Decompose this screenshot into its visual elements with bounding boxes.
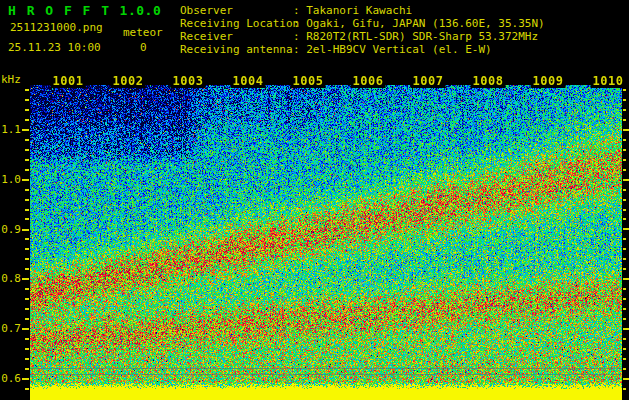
- time-label: 1004: [231, 75, 266, 88]
- y-minor-tick-right: [623, 119, 626, 121]
- info-label: Receiver: [180, 30, 233, 43]
- y-minor-tick: [25, 238, 29, 240]
- y-minor-tick: [25, 159, 29, 161]
- y-minor-tick: [25, 119, 29, 121]
- app-title: H R O F F T: [8, 3, 111, 18]
- y-minor-tick: [25, 358, 29, 360]
- version-label: 1.0.0: [120, 3, 162, 18]
- y-minor-tick-right: [623, 149, 626, 151]
- time-label: 1005: [291, 75, 326, 88]
- y-minor-tick: [25, 258, 29, 260]
- y-major-tick: [22, 328, 29, 330]
- y-major-tick-right: [623, 129, 629, 131]
- info-value: : Takanori Kawachi: [293, 4, 412, 17]
- y-axis-label: 0.7: [0, 323, 21, 335]
- y-minor-tick: [25, 298, 29, 300]
- y-major-tick: [22, 229, 29, 231]
- y-minor-tick-right: [623, 298, 626, 300]
- y-minor-tick-right: [623, 318, 626, 320]
- y-minor-tick-right: [623, 288, 626, 290]
- info-label: Receiving antenna: [180, 43, 293, 56]
- y-axis-label: 0.6: [0, 373, 21, 385]
- y-minor-tick-right: [623, 199, 626, 201]
- y-minor-tick-right: [623, 388, 626, 390]
- y-minor-tick-right: [623, 99, 626, 101]
- y-minor-tick: [25, 169, 29, 171]
- y-minor-tick: [25, 199, 29, 201]
- y-minor-tick-right: [623, 209, 626, 211]
- y-minor-tick: [25, 388, 29, 390]
- y-minor-tick-right: [623, 308, 626, 310]
- y-minor-tick: [25, 109, 29, 111]
- info-label: Receiving Location: [180, 17, 299, 30]
- y-minor-tick: [25, 99, 29, 101]
- time-label: 1006: [351, 75, 386, 88]
- y-axis-label: 1.0: [0, 174, 21, 186]
- time-label: 1002: [111, 75, 146, 88]
- y-minor-tick-right: [623, 218, 626, 220]
- khz-unit-label: kHz: [1, 73, 21, 86]
- y-axis-label: 0.8: [0, 273, 21, 285]
- info-value: : Ogaki, Gifu, JAPAN (136.60E, 35.35N): [293, 17, 545, 30]
- y-major-tick-right: [623, 328, 629, 330]
- time-label: 1007: [411, 75, 446, 88]
- y-major-tick: [22, 179, 29, 181]
- y-major-tick: [22, 129, 29, 131]
- info-value: : R820T2(RTL-SDR) SDR-Sharp 53.372MHz: [293, 30, 538, 43]
- y-minor-tick: [25, 288, 29, 290]
- time-label: 1008: [471, 75, 506, 88]
- time-label: 1010: [591, 75, 626, 88]
- y-major-tick-right: [623, 378, 629, 380]
- y-minor-tick: [25, 189, 29, 191]
- info-value: : 2el-HB9CV Vertical (el. E-W): [293, 43, 492, 56]
- y-minor-tick-right: [623, 159, 626, 161]
- y-minor-tick: [25, 348, 29, 350]
- meteor-count: 0: [140, 41, 147, 54]
- time-label: 1009: [531, 75, 566, 88]
- info-label: Observer: [180, 4, 233, 17]
- y-minor-tick-right: [623, 348, 626, 350]
- mode-label: meteor: [123, 26, 163, 39]
- y-major-tick: [22, 378, 29, 380]
- y-minor-tick: [25, 248, 29, 250]
- datetime-label: 25.11.23 10:00: [8, 41, 101, 54]
- y-minor-tick-right: [623, 248, 626, 250]
- time-label: 1001: [51, 75, 86, 88]
- y-minor-tick: [25, 268, 29, 270]
- y-minor-tick: [25, 209, 29, 211]
- time-label: 1003: [171, 75, 206, 88]
- y-axis-label: 0.9: [0, 224, 21, 236]
- y-axis-label: 1.1: [0, 124, 21, 136]
- y-major-tick: [22, 278, 29, 280]
- y-minor-tick: [25, 89, 29, 91]
- y-minor-tick-right: [623, 368, 626, 370]
- app-title-line: H R O F F T1.0.0: [8, 3, 161, 18]
- filename-label: 2511231000.png: [10, 21, 103, 34]
- y-minor-tick-right: [623, 139, 626, 141]
- y-major-tick-right: [623, 228, 629, 230]
- y-minor-tick: [25, 318, 29, 320]
- y-minor-tick-right: [623, 189, 626, 191]
- y-minor-tick: [25, 218, 29, 220]
- y-minor-tick: [25, 368, 29, 370]
- y-minor-tick-right: [623, 258, 626, 260]
- y-major-tick-right: [623, 179, 629, 181]
- spectrogram-canvas: [30, 85, 622, 400]
- y-major-tick-right: [623, 278, 629, 280]
- y-minor-tick: [25, 139, 29, 141]
- hrofft-screen: H R O F F T1.0.0 2511231000.png meteor 2…: [0, 0, 629, 400]
- y-minor-tick-right: [623, 89, 626, 91]
- y-minor-tick-right: [623, 358, 626, 360]
- y-minor-tick: [25, 308, 29, 310]
- y-minor-tick-right: [623, 338, 626, 340]
- y-minor-tick-right: [623, 268, 626, 270]
- y-minor-tick-right: [623, 109, 626, 111]
- y-minor-tick-right: [623, 169, 626, 171]
- y-minor-tick: [25, 338, 29, 340]
- y-minor-tick-right: [623, 238, 626, 240]
- y-minor-tick: [25, 149, 29, 151]
